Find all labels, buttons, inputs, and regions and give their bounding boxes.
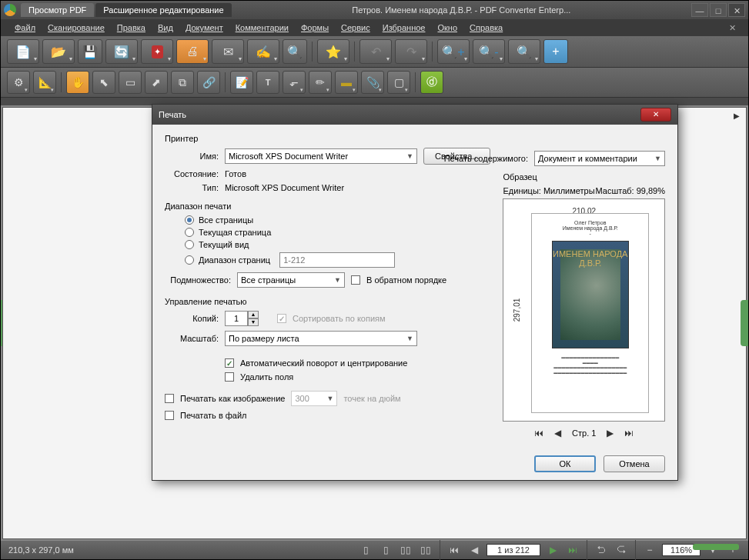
reverse-checkbox[interactable]	[351, 275, 360, 285]
status-value: Готов	[225, 169, 246, 178]
crop-tool[interactable]: ⧉	[171, 71, 194, 94]
redo-button[interactable]: ↷▾	[395, 39, 427, 64]
tab-advanced-edit[interactable]: Расширенное редактирование	[95, 3, 231, 17]
zoomin-button[interactable]: 🔍+▾	[437, 39, 470, 64]
next-page-icon[interactable]: ▶	[545, 543, 560, 557]
radio-current-page[interactable]: Текущая страница	[185, 228, 490, 237]
marquee-tool[interactable]: ▭	[119, 71, 142, 94]
preview-height-label: 297,01	[513, 298, 521, 322]
menu-document[interactable]: Документ	[179, 21, 229, 35]
radio-all-pages[interactable]: Все страницы	[185, 215, 490, 225]
add-button[interactable]: +	[543, 39, 568, 64]
ruler-tool[interactable]: 📐▾	[33, 71, 56, 94]
copies-input[interactable]	[225, 311, 248, 326]
undo-button[interactable]: ↶▾	[359, 39, 392, 64]
zoomout-button[interactable]: 🔍-▾	[473, 39, 505, 64]
last-page-icon[interactable]: ⏭	[565, 543, 580, 557]
stamp-tool[interactable]: ▬▾	[335, 71, 358, 94]
link-tool[interactable]: 🔗	[197, 71, 220, 94]
nav-next-icon[interactable]	[734, 111, 743, 120]
printer-select-value: Microsoft XPS Document Writer	[229, 152, 348, 161]
page-range-input[interactable]	[279, 252, 395, 268]
prev-page-icon[interactable]: ◀	[466, 543, 482, 557]
spinner-up-icon[interactable]: ▲	[248, 311, 259, 318]
doc-close-icon[interactable]: ✕	[724, 23, 741, 33]
page-field[interactable]	[487, 544, 540, 556]
menu-edit[interactable]: Правка	[111, 21, 152, 35]
remove-margins-checkbox[interactable]	[225, 372, 234, 382]
print-as-image-checkbox[interactable]	[165, 394, 174, 403]
save-button[interactable]: 💾	[78, 39, 102, 64]
content-select[interactable]: Документ и комментарии▼	[534, 151, 665, 166]
ok-button[interactable]: ОК	[534, 455, 596, 472]
preview-first-icon[interactable]: ⏮	[534, 428, 543, 438]
callout-tool[interactable]: ⬐▾	[283, 71, 306, 94]
statusbar-separator	[635, 540, 636, 560]
shape-tool[interactable]: ▢▾	[387, 71, 410, 94]
menu-window[interactable]: Окно	[431, 21, 463, 35]
right-panel-handle[interactable]	[741, 300, 748, 346]
menu-service[interactable]: Сервис	[335, 21, 376, 35]
open-button[interactable]: 📂▾	[42, 39, 75, 64]
convert-button[interactable]: 🔄▾	[105, 39, 138, 64]
note-tool[interactable]: 📝	[230, 71, 253, 94]
preview-last-icon[interactable]: ⏭	[624, 428, 634, 438]
print-to-file-checkbox[interactable]	[165, 411, 174, 420]
search-button[interactable]: 🔍	[283, 39, 307, 64]
radio-page-range[interactable]: Диапазон страниц	[185, 252, 490, 268]
minimize-button[interactable]: —	[691, 3, 708, 17]
highlight-tool[interactable]: ✏▾	[309, 71, 332, 94]
main-window: Просмотр PDF Расширенное редактирование …	[0, 0, 749, 560]
nav-fwd-icon[interactable]: ⮎	[614, 543, 629, 557]
menu-comments[interactable]: Комментарии	[229, 21, 295, 35]
hand-tool[interactable]: ✋	[66, 71, 89, 94]
sign-button[interactable]: ✍▾	[247, 39, 279, 64]
menu-file[interactable]: Файл	[8, 21, 42, 35]
print-button[interactable]: 🖨▾	[176, 39, 209, 64]
menu-view[interactable]: Вид	[152, 21, 179, 35]
settings-tool[interactable]: ⚙▾	[7, 71, 30, 94]
pointer-tool[interactable]: ⬈	[145, 71, 168, 94]
radio-current-view[interactable]: Текущий вид	[185, 240, 490, 249]
preview-next-icon[interactable]: ▶	[607, 428, 614, 438]
menu-help[interactable]: Справка	[463, 21, 509, 35]
attach-tool[interactable]: 📎▾	[361, 71, 384, 94]
select-tool[interactable]: ⬉	[92, 71, 115, 94]
tab-view-pdf[interactable]: Просмотр PDF	[21, 3, 94, 17]
radio-icon	[185, 228, 194, 237]
favorite-button[interactable]: ⭐▾	[317, 39, 349, 64]
close-button[interactable]: ✕	[728, 3, 745, 17]
subset-label: Подмножество:	[165, 275, 231, 285]
autorotate-checkbox[interactable]	[225, 358, 234, 368]
tool-red-button[interactable]: ✦▾	[141, 39, 173, 64]
statusbar-separator	[587, 540, 587, 560]
menu-forms[interactable]: Формы	[295, 21, 335, 35]
main-toolbar: 📄▾ 📂▾ 💾 🔄▾ ✦▾ 🖨▾ ✉▾ ✍▾ 🔍 ⭐▾ ↶▾ ↷▾ 🔍+▾ 🔍-…	[1, 36, 748, 68]
cover-title-1: ИМЕНЕМ НАРОДА	[553, 249, 628, 258]
layout-single-icon[interactable]: ▯	[358, 543, 373, 557]
copies-spinner[interactable]: ▲▼	[225, 311, 259, 326]
subset-select[interactable]: Все страницы▼	[237, 272, 345, 288]
menu-scan[interactable]: Сканирование	[42, 21, 111, 35]
layout-cont-icon[interactable]: ▯	[378, 543, 393, 557]
nav-back-icon[interactable]: ⮌	[594, 543, 609, 557]
layout-facing-icon[interactable]: ▯▯	[398, 543, 413, 557]
scale-select[interactable]: По размеру листа▼	[225, 331, 417, 346]
menu-favorites[interactable]: Избранное	[376, 21, 432, 35]
cancel-button[interactable]: Отмена	[604, 455, 665, 472]
text-tool[interactable]: T	[256, 71, 279, 94]
zoomfit-button[interactable]: 🔍▾	[508, 39, 540, 64]
spinner-down-icon[interactable]: ▼	[248, 318, 259, 326]
zoom-out-icon[interactable]: −	[642, 543, 657, 557]
new-button[interactable]: 📄▾	[7, 39, 39, 64]
dialog-titlebar[interactable]: Печать ✕	[152, 105, 677, 125]
dialog-close-button[interactable]: ✕	[640, 108, 671, 122]
bottom-panel-handle[interactable]	[693, 544, 739, 550]
first-page-icon[interactable]: ⏮	[446, 543, 462, 557]
preview-prev-icon[interactable]: ◀	[554, 428, 561, 438]
dragon-tool[interactable]: ⓓ	[420, 71, 443, 94]
maximize-button[interactable]: □	[710, 3, 727, 17]
printer-select[interactable]: Microsoft XPS Document Writer▼	[225, 148, 417, 164]
mail-button[interactable]: ✉▾	[212, 39, 244, 64]
layout-cont-facing-icon[interactable]: ▯▯	[418, 543, 433, 557]
